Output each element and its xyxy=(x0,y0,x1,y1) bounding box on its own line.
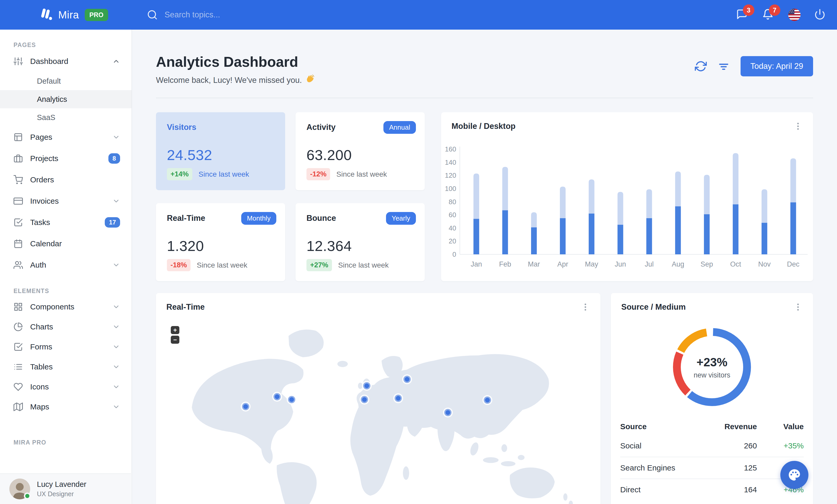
kebab-icon xyxy=(581,302,590,312)
sidebar-item-icons[interactable]: Icons xyxy=(0,377,131,397)
sidebar-subitem-default[interactable]: Default xyxy=(0,72,131,90)
svg-text:100: 100 xyxy=(445,185,456,192)
sidebar-section-label: MIRA PRO xyxy=(0,439,131,446)
map-zoom-out-button[interactable]: − xyxy=(171,336,179,344)
page-title: Analytics Dashboard xyxy=(156,54,314,70)
source-table-header: Source Revenue Value xyxy=(620,418,804,435)
sidebar-item-components[interactable]: Components xyxy=(0,297,131,317)
value-cell: +35% xyxy=(757,442,804,450)
search-input[interactable]: Search topics... xyxy=(147,0,220,30)
svg-text:Mar: Mar xyxy=(528,260,540,268)
source-cell: Social xyxy=(620,442,708,450)
sidebar-item-label: Icons xyxy=(30,382,49,391)
sidebar-item-invoices[interactable]: Invoices xyxy=(0,190,131,212)
map-marker-us-west[interactable] xyxy=(241,402,251,411)
stat-card-activity: ActivityAnnual63.200-12%Since last week xyxy=(296,112,425,190)
welcome-text: Welcome back, Lucy! We've missed you. xyxy=(156,74,314,86)
wave-hand-icon xyxy=(305,74,314,86)
chart-menu-button[interactable] xyxy=(793,122,803,131)
svg-text:160: 160 xyxy=(445,145,456,153)
brand[interactable]: Mira PRO xyxy=(39,0,108,30)
sidebar-item-tables[interactable]: Tables xyxy=(0,357,131,377)
sidebar-item-auth[interactable]: Auth xyxy=(0,254,131,276)
stat-period-badge[interactable]: Yearly xyxy=(386,212,416,225)
credit-card-icon xyxy=(14,197,23,206)
sidebar-subitem-label: SaaS xyxy=(37,113,55,122)
notifications-button[interactable]: 7 xyxy=(762,8,774,21)
sidebar-item-label: Tables xyxy=(30,362,53,371)
stat-delta-badge: -12% xyxy=(306,168,330,180)
stat-delta-badge: +27% xyxy=(306,259,332,271)
filter-icon xyxy=(718,60,730,72)
sidebar-item-label: Components xyxy=(30,302,74,311)
sidebar-item-pages[interactable]: Pages xyxy=(0,127,131,148)
svg-text:Aug: Aug xyxy=(672,260,684,268)
logout-button[interactable] xyxy=(814,8,826,21)
stat-period-badge[interactable]: Annual xyxy=(384,121,416,134)
revenue-cell: 164 xyxy=(708,485,757,494)
chevron-down-icon xyxy=(112,403,120,411)
map-menu-button[interactable] xyxy=(581,302,590,312)
sidebar-item-label: Orders xyxy=(30,175,54,184)
pie-icon xyxy=(14,322,23,332)
sidebar-item-charts[interactable]: Charts xyxy=(0,317,131,337)
map-marker-turkey[interactable] xyxy=(393,393,403,403)
stat-value: 12.364 xyxy=(306,238,414,254)
sidebar-user[interactable]: Lucy Lavender UX Designer xyxy=(0,473,131,504)
language-flag-button[interactable] xyxy=(788,8,801,21)
chevron-down-icon xyxy=(112,363,120,371)
refresh-icon xyxy=(695,60,707,72)
map-marker-spain[interactable] xyxy=(359,395,369,405)
map-icon xyxy=(14,402,23,411)
sidebar: PAGESDashboardDefaultAnalyticsSaaSPagesP… xyxy=(0,30,132,504)
sidebar-item-maps[interactable]: Maps xyxy=(0,397,131,417)
briefcase-icon xyxy=(14,154,23,163)
sidebar-section-label: PAGES xyxy=(0,41,131,49)
stat-card-visitors: Visitors24.532+14%Since last week xyxy=(156,112,285,190)
map-marker-india[interactable] xyxy=(443,408,453,417)
pro-badge: PRO xyxy=(85,9,108,21)
header-divider xyxy=(156,98,813,98)
source-menu-button[interactable] xyxy=(793,302,803,312)
sidebar-item-dashboard[interactable]: Dashboard xyxy=(0,51,131,72)
sidebar-subitem-saas[interactable]: SaaS xyxy=(0,108,131,127)
sidebar-item-forms[interactable]: Forms xyxy=(0,337,131,357)
svg-text:Oct: Oct xyxy=(730,260,741,268)
svg-text:120: 120 xyxy=(445,171,456,179)
chevron-up-icon xyxy=(112,57,120,65)
map-marker-us-midwest[interactable] xyxy=(272,392,282,402)
sidebar-subitem-analytics[interactable]: Analytics xyxy=(0,90,131,108)
sidebar-section-elements: ELEMENTSComponentsChartsFormsTablesIcons… xyxy=(0,287,131,417)
filter-button[interactable] xyxy=(718,60,730,72)
brand-name: Mira xyxy=(58,9,79,21)
date-range-button[interactable]: Today: April 29 xyxy=(741,56,813,76)
search-icon xyxy=(147,10,158,20)
theme-settings-fab[interactable] xyxy=(780,461,808,489)
svg-text:May: May xyxy=(585,260,599,268)
stat-delta-badge: +14% xyxy=(167,168,192,180)
chart-title: Mobile / Desktop xyxy=(451,122,515,131)
stat-period-badge[interactable]: Monthly xyxy=(241,212,276,225)
check-square-icon xyxy=(14,342,23,352)
chevron-down-icon xyxy=(112,343,120,351)
source-cell: Direct xyxy=(620,485,708,494)
map-marker-us-east[interactable] xyxy=(287,395,297,405)
sidebar-item-projects[interactable]: Projects8 xyxy=(0,148,131,169)
messages-button[interactable]: 3 xyxy=(736,8,749,21)
revenue-cell: 125 xyxy=(708,464,757,472)
world-map[interactable] xyxy=(159,318,593,504)
refresh-button[interactable] xyxy=(695,60,707,72)
source-table: Source Revenue Value Social260+35%Search… xyxy=(620,418,804,500)
sidebar-item-calendar[interactable]: Calendar xyxy=(0,233,131,254)
map-zoom-in-button[interactable]: + xyxy=(171,326,179,334)
mobile-desktop-card: Mobile / Desktop 020406080100120140160Ja… xyxy=(441,112,813,281)
sidebar-item-orders[interactable]: Orders xyxy=(0,169,131,190)
sidebar-item-tasks[interactable]: Tasks17 xyxy=(0,212,131,233)
chevron-down-icon xyxy=(112,303,120,311)
map-marker-uk[interactable] xyxy=(362,381,372,391)
map-marker-russia[interactable] xyxy=(402,374,412,384)
chevron-down-icon xyxy=(112,133,120,141)
map-marker-china[interactable] xyxy=(482,395,492,405)
stat-value: 24.532 xyxy=(167,147,274,163)
donut-center-sublabel: new visitors xyxy=(694,371,730,379)
